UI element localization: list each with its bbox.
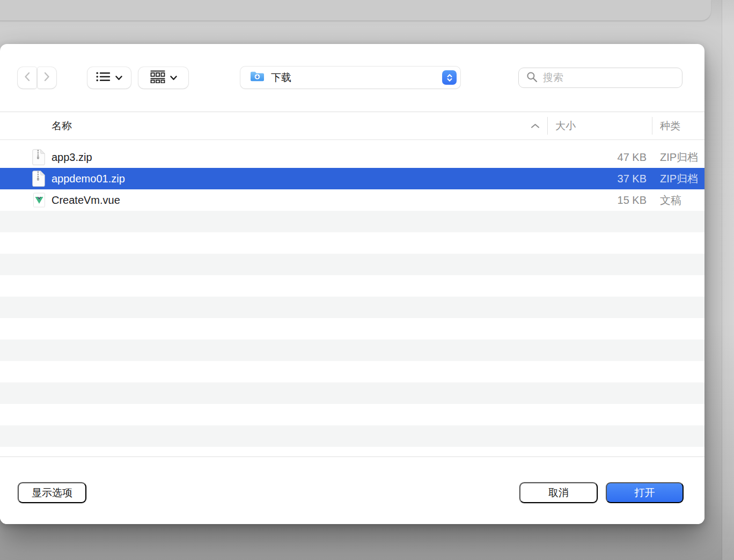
file-kind: 文稿	[652, 193, 704, 208]
dialog-footer: 显示选项 取消 打开	[0, 456, 704, 524]
file-size: 47 KB	[547, 151, 652, 164]
zip-file-icon	[32, 171, 46, 187]
zip-file-icon	[32, 149, 46, 165]
file-size: 37 KB	[547, 173, 652, 185]
background-right-column	[722, 0, 734, 560]
downloads-folder-icon	[250, 71, 265, 84]
file-open-dialog: 下载 名称 大小	[0, 44, 704, 524]
column-label-name: 名称	[52, 119, 72, 133]
column-header-size[interactable]: 大小	[547, 112, 652, 139]
stepper-icon[interactable]	[442, 70, 457, 85]
show-options-button[interactable]: 显示选项	[18, 482, 86, 503]
search-input[interactable]	[543, 72, 677, 84]
empty-rows-stripes	[0, 211, 704, 456]
cancel-button[interactable]: 取消	[519, 482, 598, 503]
file-row-name-cell: appdemo01.zip	[0, 171, 547, 187]
file-row[interactable]: appdemo01.zip 37 KB ZIP归档	[0, 168, 704, 189]
group-view-icon	[150, 70, 165, 85]
file-name: appdemo01.zip	[52, 173, 125, 185]
search-icon	[526, 71, 538, 85]
file-list: app3.zip 47 KB ZIP归档	[0, 140, 704, 456]
dialog-toolbar: 下载	[0, 44, 704, 112]
background-window-titlebar	[0, 0, 711, 20]
vue-file-icon	[32, 192, 46, 208]
file-row-name-cell: CreateVm.vue	[0, 192, 547, 208]
open-button[interactable]: 打开	[606, 482, 684, 503]
file-kind: ZIP归档	[652, 150, 704, 165]
group-view-button[interactable]	[138, 67, 188, 89]
file-size: 15 KB	[547, 194, 652, 207]
chevron-right-icon	[44, 72, 50, 84]
list-top-spacer	[0, 140, 704, 146]
chevron-left-icon	[24, 72, 30, 84]
column-label-size: 大小	[555, 119, 576, 133]
sort-ascending-icon	[531, 123, 540, 129]
location-dropdown[interactable]: 下载	[240, 67, 460, 89]
file-kind: ZIP归档	[652, 172, 704, 186]
location-label: 下载	[271, 71, 442, 85]
chevron-down-icon	[115, 73, 122, 83]
forward-button[interactable]	[38, 67, 56, 89]
file-row[interactable]: CreateVm.vue 15 KB 文稿	[0, 189, 704, 211]
column-header-name[interactable]: 名称	[0, 112, 547, 139]
search-field[interactable]	[518, 68, 682, 88]
file-name: CreateVm.vue	[52, 194, 120, 207]
chevron-down-icon	[170, 73, 177, 83]
column-header-kind[interactable]: 种类	[652, 112, 704, 139]
list-view-icon	[96, 71, 111, 84]
column-label-kind: 种类	[660, 119, 680, 133]
column-header-row: 名称 大小 种类	[0, 112, 704, 140]
back-button[interactable]	[18, 67, 36, 89]
list-view-button[interactable]	[87, 67, 131, 89]
file-row-name-cell: app3.zip	[0, 149, 547, 165]
file-name: app3.zip	[52, 151, 92, 164]
file-row[interactable]: app3.zip 47 KB ZIP归档	[0, 146, 704, 168]
